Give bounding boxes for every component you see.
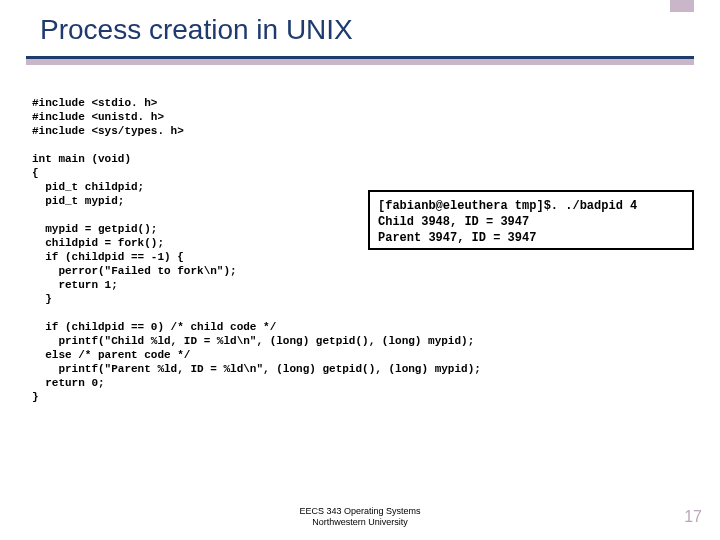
code-block: #include <stdio. h> #include <unistd. h>… [32,96,481,404]
title-rule-light [26,59,694,65]
accent-stub [670,0,694,12]
footer-course: EECS 343 Operating Systems [299,506,420,516]
footer: EECS 343 Operating Systems Northwestern … [0,506,720,528]
footer-university: Northwestern University [312,517,408,527]
slide-title: Process creation in UNIX [40,14,353,46]
terminal-output: [fabianb@eleuthera tmp]$. ./badpid 4 Chi… [368,190,694,250]
page-number: 17 [684,508,702,526]
